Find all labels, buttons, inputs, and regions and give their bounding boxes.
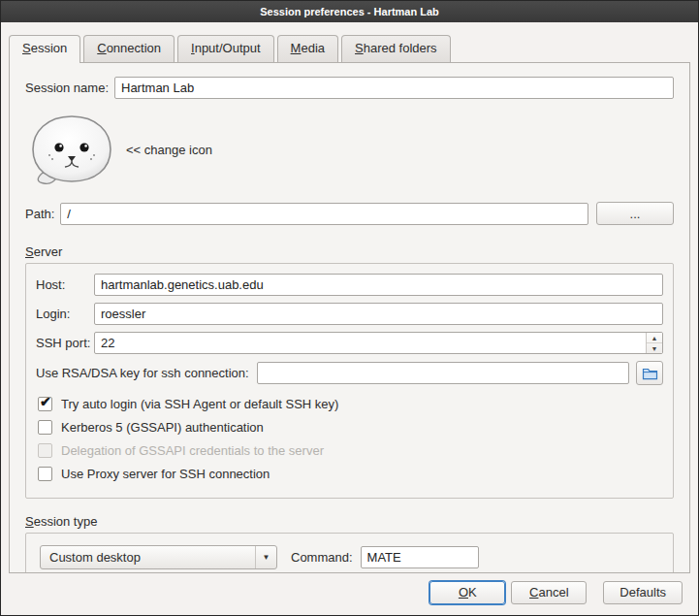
defaults-button[interactable]: Defaults	[603, 581, 683, 604]
rsa-key-label: Use RSA/DSA key for ssh connection:	[36, 366, 249, 380]
session-type-dropdown[interactable]: Custom desktop ▼	[40, 545, 277, 569]
rsa-key-input[interactable]	[257, 362, 629, 384]
tab-bar: Session Connection Input/Output Media Sh…	[1, 22, 698, 62]
spin-down-icon[interactable]: ▼	[647, 343, 662, 353]
path-browse-button[interactable]: ...	[596, 202, 674, 225]
session-type-selected: Custom desktop	[49, 550, 255, 565]
host-input[interactable]	[94, 274, 663, 296]
auto-login-checkbox-row[interactable]: Try auto login (via SSH Agent or default…	[38, 397, 663, 411]
session-type-group-label: Session type	[25, 514, 674, 529]
kerberos-checkbox[interactable]	[38, 420, 52, 435]
tab-shared-folders[interactable]: Shared folders	[341, 35, 451, 62]
kerberos-label: Kerberos 5 (GSSAPI) authentication	[61, 420, 264, 435]
proxy-label: Use Proxy server for SSH connection	[61, 467, 270, 481]
proxy-checkbox[interactable]	[38, 467, 52, 481]
command-input[interactable]	[361, 546, 479, 568]
folder-icon	[642, 367, 658, 380]
tab-session[interactable]: Session	[9, 35, 80, 63]
session-name-input[interactable]	[114, 77, 674, 99]
path-input[interactable]	[60, 203, 588, 225]
ssh-port-input[interactable]	[94, 332, 663, 354]
rsa-key-browse-button[interactable]	[636, 361, 663, 385]
tab-connection[interactable]: Connection	[83, 35, 175, 62]
session-icon[interactable]	[27, 111, 112, 189]
chevron-down-icon: ▼	[255, 546, 276, 568]
session-type-groupbox: Custom desktop ▼ Command:	[25, 533, 674, 573]
session-name-label: Session name:	[25, 81, 109, 95]
ok-button[interactable]: OK	[429, 581, 505, 604]
spin-up-icon[interactable]: ▲	[647, 333, 662, 343]
tab-media[interactable]: Media	[277, 35, 338, 62]
auto-login-checkbox[interactable]	[38, 397, 52, 411]
auto-login-label: Try auto login (via SSH Agent or default…	[61, 397, 338, 411]
session-preferences-dialog: Session preferences - Hartman Lab Sessio…	[0, 0, 699, 616]
ssh-port-label: SSH port:	[36, 336, 94, 350]
gssapi-delegation-label: Delegation of GSSAPI credentials to the …	[61, 443, 324, 458]
gssapi-delegation-checkbox	[38, 443, 52, 458]
session-tab-panel: Session name:	[9, 62, 690, 573]
host-label: Host:	[36, 277, 94, 292]
command-label: Command:	[291, 550, 353, 565]
change-icon-link[interactable]: << change icon	[126, 143, 212, 157]
login-input[interactable]	[94, 303, 663, 325]
server-group-label: Server	[25, 244, 674, 259]
window-title: Session preferences - Hartman Lab	[260, 6, 439, 17]
dialog-footer: OK Cancel Defaults	[1, 573, 698, 615]
kerberos-checkbox-row[interactable]: Kerberos 5 (GSSAPI) authentication	[38, 420, 663, 435]
ssh-port-spinbox: ▲ ▼	[94, 332, 663, 354]
proxy-checkbox-row[interactable]: Use Proxy server for SSH connection	[38, 467, 663, 481]
server-groupbox: Host: Login: SSH port: ▲ ▼ Use RSA/DSA	[25, 263, 674, 499]
cancel-button[interactable]: Cancel	[511, 581, 587, 604]
gssapi-delegation-checkbox-row: Delegation of GSSAPI credentials to the …	[38, 443, 663, 458]
titlebar[interactable]: Session preferences - Hartman Lab	[1, 1, 698, 22]
tab-input-output[interactable]: Input/Output	[177, 35, 274, 62]
path-label: Path:	[25, 207, 54, 221]
login-label: Login:	[36, 307, 94, 321]
